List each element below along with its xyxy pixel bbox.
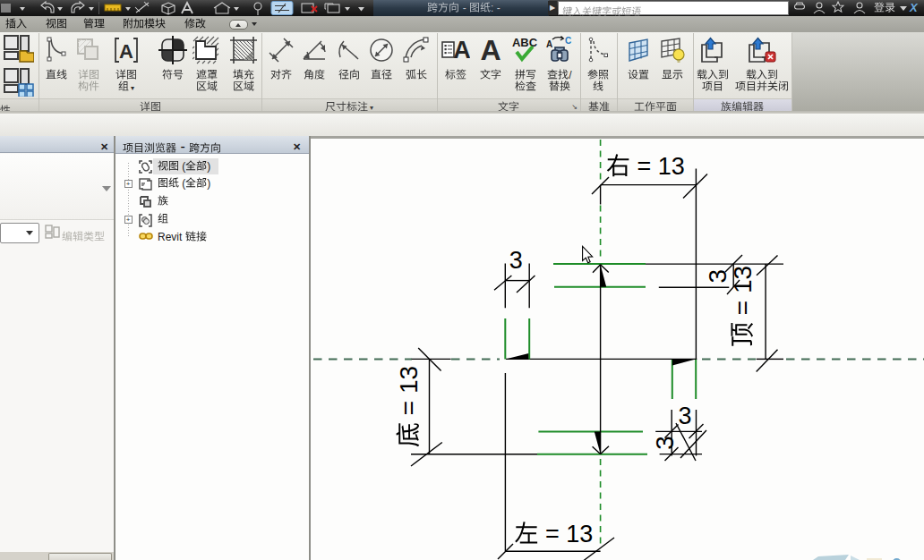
svg-text:A: A <box>546 39 552 49</box>
svg-text:= 13: = 13 <box>395 366 423 422</box>
svg-text:= 13: = 13 <box>729 266 757 322</box>
svg-text:A: A <box>119 40 133 63</box>
svg-text:A: A <box>480 36 500 64</box>
svg-text:ABC: ABC <box>512 36 538 49</box>
svg-text:C: C <box>565 36 571 46</box>
svg-text:3: 3 <box>651 436 679 450</box>
svg-text:3: 3 <box>509 247 523 274</box>
svg-text:3: 3 <box>679 403 692 429</box>
svg-text:= 13: = 13 <box>630 153 685 180</box>
svg-text:= 13: = 13 <box>539 521 594 547</box>
svg-text:3: 3 <box>704 269 732 284</box>
svg-text:A: A <box>453 37 470 64</box>
